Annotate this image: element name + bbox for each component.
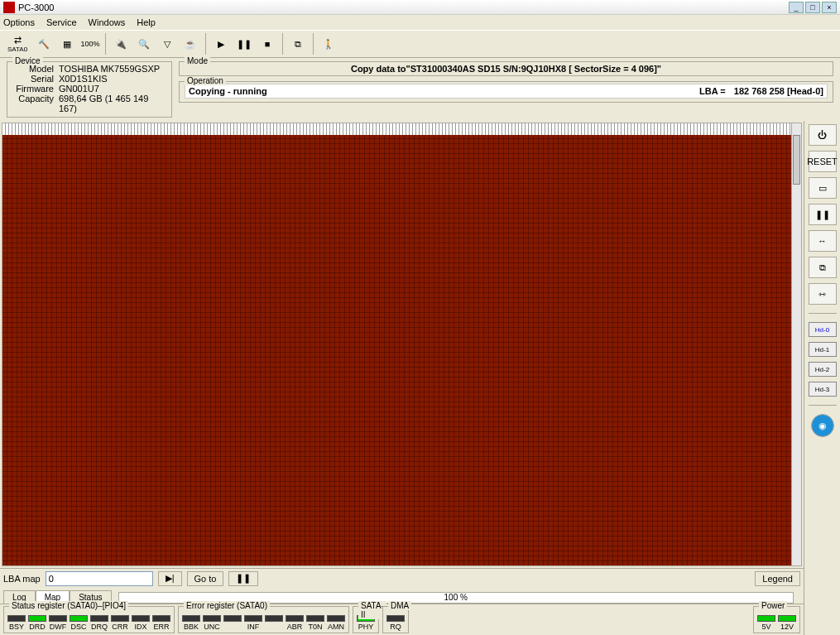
copy-icon: ⧉ bbox=[819, 262, 826, 273]
register-cell: AMN bbox=[327, 615, 345, 631]
status-register: Status register (SATA0)–[PIO4] BSYDRDDWF… bbox=[3, 606, 175, 633]
port-icon: ⇄ bbox=[14, 35, 22, 46]
register-cell: 5V bbox=[757, 615, 775, 631]
operation-status: Copying - running bbox=[189, 86, 267, 96]
led-icon bbox=[132, 615, 150, 622]
head-2-button[interactable]: Hd-2 bbox=[809, 362, 837, 377]
tool-connector-button[interactable]: 🔌 bbox=[110, 33, 132, 55]
device-fieldset: Device ModelTOSHIBA MK7559GSXP SerialX0D… bbox=[7, 61, 172, 118]
legend-button[interactable]: Legend bbox=[755, 571, 800, 586]
head-0-button[interactable]: Hd-0 bbox=[809, 322, 837, 337]
map-scrollbar[interactable] bbox=[791, 123, 801, 565]
percent-icon: 100% bbox=[80, 40, 99, 48]
disk-button[interactable]: ◉ bbox=[811, 414, 834, 437]
tool-percent-button[interactable]: 100% bbox=[79, 33, 101, 55]
exit-icon: 🚶 bbox=[323, 39, 334, 50]
register-cell: DWF bbox=[49, 615, 67, 631]
power-toggle-button[interactable]: ⏻ bbox=[809, 124, 837, 146]
led-icon bbox=[111, 615, 129, 622]
error-register: Error register (SATA0) BBKUNCINFABRT0NAM… bbox=[178, 606, 349, 633]
read-button[interactable]: ▭ bbox=[809, 177, 837, 199]
tool-cup-button[interactable]: ☕ bbox=[180, 33, 201, 55]
led-icon bbox=[90, 615, 108, 622]
registers-row: Status register (SATA0)–[PIO4] BSYDRDDWF… bbox=[0, 604, 804, 635]
tool-chip-button[interactable]: ▦ bbox=[56, 33, 78, 55]
mode-text: Copy data to"ST31000340AS SD15 S/N:9QJ10… bbox=[185, 64, 828, 74]
app-icon bbox=[3, 2, 15, 13]
led-icon bbox=[152, 615, 170, 622]
play-icon: ▶ bbox=[218, 39, 224, 50]
operation-lba: 182 768 258 [Head-0] bbox=[734, 86, 823, 96]
register-cell: INF bbox=[244, 615, 262, 631]
register-cell bbox=[223, 615, 242, 631]
copy-icon: ⧉ bbox=[295, 39, 301, 50]
led-icon bbox=[70, 615, 88, 622]
scroll-thumb[interactable] bbox=[793, 135, 800, 185]
copy-button[interactable]: ⧉ bbox=[287, 33, 309, 55]
led-icon bbox=[7, 615, 26, 622]
pause-icon: ❚❚ bbox=[815, 209, 830, 220]
register-cell: T0N bbox=[306, 615, 324, 631]
menu-options[interactable]: Options bbox=[3, 17, 35, 27]
pause-small-button[interactable]: ❚❚ bbox=[228, 571, 258, 586]
register-cell: RQ bbox=[386, 615, 405, 631]
menu-service[interactable]: Service bbox=[46, 17, 77, 27]
copy-side-button[interactable]: ⧉ bbox=[809, 257, 837, 278]
tool-hammer-button[interactable]: 🔨 bbox=[33, 33, 55, 55]
head-1-button[interactable]: Hd-1 bbox=[809, 342, 837, 357]
link-icon: ⇿ bbox=[818, 289, 826, 300]
register-cell: UNC bbox=[203, 615, 221, 631]
watermark: INHDD.com 底层网 bbox=[324, 329, 480, 360]
register-cell: BBK bbox=[182, 615, 200, 631]
pause-icon: ❚❚ bbox=[237, 39, 252, 50]
tool-filter-button[interactable]: ▽ bbox=[156, 33, 178, 55]
port-button[interactable]: ⇄ SATA0 bbox=[3, 33, 31, 55]
led-icon bbox=[49, 615, 67, 622]
chip-icon: ▭ bbox=[818, 183, 827, 194]
register-cell: DRD bbox=[28, 615, 46, 631]
led-icon bbox=[386, 615, 405, 622]
stop-button[interactable]: ■ bbox=[257, 33, 278, 55]
cup-icon: ☕ bbox=[185, 39, 196, 50]
register-cell: DRQ bbox=[90, 615, 108, 631]
register-cell: BSY bbox=[7, 615, 26, 631]
register-cell: ERR bbox=[152, 615, 170, 631]
play-button[interactable]: ▶ bbox=[210, 33, 232, 55]
seek-button[interactable]: ↔ bbox=[809, 230, 837, 252]
pause-side-button[interactable]: ❚❚ bbox=[809, 204, 837, 225]
stop-icon: ■ bbox=[265, 39, 271, 49]
lba-input[interactable] bbox=[46, 571, 153, 586]
lba-bar: LBA map ▶| Go to ❚❚ Legend bbox=[0, 568, 804, 588]
register-cell: DSC bbox=[70, 615, 88, 631]
main-area: INHDD.com 底层网 LBA map ▶| Go to ❚❚ Legend… bbox=[0, 121, 840, 635]
led-icon bbox=[265, 615, 283, 622]
exit-button[interactable]: 🚶 bbox=[318, 33, 339, 55]
hammer-icon: 🔨 bbox=[38, 39, 50, 50]
tool-find-button[interactable]: 🔍 bbox=[133, 33, 155, 55]
head-3-button[interactable]: Hd-3 bbox=[809, 382, 837, 397]
led-icon bbox=[778, 615, 796, 622]
connector-icon: 🔌 bbox=[115, 39, 127, 50]
menu-bar: Options Service Windows Help bbox=[0, 15, 840, 30]
register-cell bbox=[265, 615, 283, 631]
close-button[interactable]: × bbox=[822, 2, 837, 13]
lba-step-button[interactable]: ▶| bbox=[158, 571, 182, 586]
title-bar: PC-3000 _ □ × bbox=[0, 0, 840, 15]
operation-fieldset: Operation Copying - running LBA = 182 76… bbox=[179, 81, 833, 103]
minimize-button[interactable]: _ bbox=[789, 2, 804, 13]
goto-button[interactable]: Go to bbox=[187, 571, 224, 586]
binoculars-icon: 🔍 bbox=[138, 39, 150, 50]
led-icon bbox=[244, 615, 262, 622]
sector-map[interactable]: INHDD.com 底层网 bbox=[2, 123, 802, 566]
seek-icon: ↔ bbox=[818, 236, 827, 246]
link-button[interactable]: ⇿ bbox=[809, 283, 837, 305]
chip-icon: ▦ bbox=[63, 39, 71, 50]
led-icon bbox=[223, 615, 242, 622]
app-title: PC-3000 bbox=[18, 2, 789, 12]
pause-button[interactable]: ❚❚ bbox=[233, 33, 255, 55]
menu-help[interactable]: Help bbox=[137, 17, 156, 27]
power-icon: ⏻ bbox=[818, 130, 827, 140]
menu-windows[interactable]: Windows bbox=[89, 17, 126, 27]
reset-button[interactable]: RESET bbox=[809, 151, 837, 172]
maximize-button[interactable]: □ bbox=[805, 2, 820, 13]
